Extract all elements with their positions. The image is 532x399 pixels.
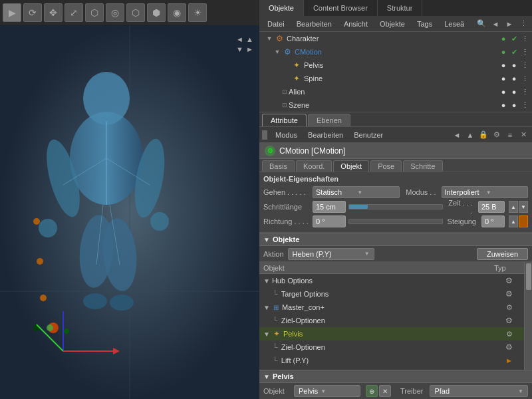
tab-struktur[interactable]: Struktur [378, 0, 423, 16]
arrow-up-icon[interactable]: ▲ [464, 129, 476, 141]
obj-row-lift[interactable]: └ Lift (P.Y) ► [259, 354, 524, 367]
pelvis-link-icon[interactable]: ⊕ [366, 385, 378, 397]
input-richtung[interactable]: 0 ° [313, 215, 346, 227]
tool-dot[interactable]: ◉ [168, 3, 186, 22]
slider-richtung[interactable] [348, 219, 443, 224]
menu-lesea[interactable]: Leseä [439, 19, 469, 29]
input-schrittlaenge[interactable]: 15 cm [313, 201, 346, 213]
arrow-left-icon[interactable]: ◄ [451, 129, 463, 141]
ind-p1[interactable]: ● [499, 61, 508, 70]
attr-bearbeiten[interactable]: Bearbeiten [304, 130, 347, 140]
zuweisen-button[interactable]: Zuweisen [477, 248, 528, 260]
viewport-3d[interactable]: ◄ ▲ ▼ ► [0, 25, 259, 399]
menu-tags[interactable]: Tags [412, 19, 438, 29]
pelvis-section-header[interactable]: ▼ Pelvis [259, 370, 532, 383]
settings-icon[interactable]: ≡ [504, 129, 516, 141]
expand-spine[interactable] [282, 74, 291, 83]
tree-item-szene[interactable]: ⊡ Szene ● ● ⋮ [259, 98, 532, 112]
tree-item-cmotion[interactable]: ▼ ⚙ CMotion ● ✔ ⋮ [259, 45, 532, 59]
menu-bearbeiten[interactable]: Bearbeiten [291, 19, 337, 29]
icon-spine: ✦ [291, 73, 302, 84]
label-modus: Modus . . [402, 188, 439, 196]
expand-cmotion[interactable]: ▼ [273, 47, 282, 57]
pelvis-obj-expand[interactable]: ▼ [263, 331, 270, 338]
objekte-section-header[interactable]: ▼ Objekte [259, 233, 532, 246]
subtab-koord[interactable]: Koord. [296, 160, 332, 172]
ind-s2[interactable]: ● [509, 74, 519, 83]
obj-row-target[interactable]: └ Target Options ⚙ [259, 287, 524, 301]
tool-hex3[interactable]: ⬢ [147, 3, 166, 22]
master-expand[interactable]: ▼ [263, 304, 270, 311]
tool-circle[interactable]: ◎ [106, 3, 124, 22]
ind-p2[interactable]: ● [509, 61, 519, 70]
svg-text:▼: ▼ [236, 45, 243, 53]
tool-play[interactable]: ▶ [3, 3, 21, 22]
indicator-vis[interactable]: ● [499, 34, 508, 43]
attr-modus[interactable]: Modus [271, 130, 301, 140]
right-panel: Objekte Content Browser Struktur Datei B… [259, 0, 532, 399]
hub-expand[interactable]: ▼ [263, 277, 270, 285]
indicator-vis-cm[interactable]: ● [499, 47, 508, 57]
search-icon[interactable]: 🔍 [475, 18, 487, 30]
close-toolbar-icon[interactable]: ✕ [517, 129, 529, 141]
menu-datei[interactable]: Datei [262, 19, 290, 29]
scrollbar-thumb[interactable] [526, 263, 531, 290]
steigung-slider[interactable] [519, 215, 528, 227]
tab-content-browser[interactable]: Content Browser [304, 0, 378, 16]
subtab-objekt[interactable]: Objekt [333, 160, 369, 172]
ind-sz1[interactable]: ● [499, 100, 508, 110]
subtab-basis[interactable]: Basis [262, 160, 295, 172]
input-zeit[interactable]: 25 B [478, 201, 505, 213]
obj-row-ziel2[interactable]: └ Ziel-Optionen ⚙ [259, 340, 524, 354]
expand-pelvis[interactable] [282, 61, 291, 70]
tool-hex1[interactable]: ⬡ [85, 3, 104, 22]
tool-move[interactable]: ✥ [44, 3, 63, 22]
table-scrollbar[interactable] [524, 262, 532, 370]
slider-schrittlaenge[interactable] [348, 204, 443, 209]
expand-charakter[interactable]: ▼ [265, 34, 274, 43]
zeit-up[interactable]: ▲ [509, 201, 518, 213]
gear-toolbar-icon[interactable]: ⚙ [491, 129, 503, 141]
properties-section: Objekt-Eigenschaften Gehen . . . . . Sta… [259, 172, 532, 233]
lock-icon[interactable]: 🔒 [477, 129, 489, 141]
obj-row-pelvis-obj[interactable]: ▼ ✦ Pelvis ⚙ [259, 327, 524, 340]
tab-objekte[interactable]: Objekte [259, 0, 304, 16]
indicator-act-cm[interactable]: ✔ [509, 47, 519, 57]
steigung-up[interactable]: ▲ [509, 215, 518, 227]
tool-light[interactable]: ☀ [188, 3, 207, 22]
obj-row-ziel1[interactable]: └ Ziel-Optionen ⚙ [259, 314, 524, 327]
pelvis-clear-icon[interactable]: ✕ [379, 385, 391, 397]
indicator-act[interactable]: ✔ [509, 34, 519, 43]
ind-a1[interactable]: ● [499, 87, 508, 96]
obj-cell-target: └ Target Options [259, 290, 494, 298]
ind-sz2[interactable]: ● [509, 100, 519, 110]
menu-ansicht[interactable]: Ansicht [338, 19, 373, 29]
aktion-dropdown[interactable]: Heben (P.Y) ▼ [288, 248, 374, 260]
nav-back-icon[interactable]: ◄ [489, 18, 501, 30]
tab-ebenen[interactable]: Ebenen [308, 114, 350, 126]
dropdown-statisch[interactable]: Statisch ▼ [313, 186, 400, 198]
input-steigung[interactable]: 0 ° [481, 215, 505, 227]
tool-hex2[interactable]: ⬡ [126, 3, 145, 22]
menu-objekte[interactable]: Objekte [374, 19, 410, 29]
ind-s1[interactable]: ● [499, 74, 508, 83]
tree-item-spine[interactable]: ✦ Spine ● ● ⋮ [259, 72, 532, 85]
attr-benutzer[interactable]: Benutzer [350, 130, 387, 140]
subtab-schritte[interactable]: Schritte [403, 160, 442, 172]
nav-forward-icon[interactable]: ► [503, 18, 515, 30]
tree-item-alien[interactable]: ⊡ Alien ● ● ⋮ [259, 85, 532, 98]
tree-item-pelvis[interactable]: ✦ Pelvis ● ● ⋮ [259, 59, 532, 72]
dropdown-interpoliert[interactable]: Interpoliert ▼ [442, 186, 529, 198]
obj-row-hub[interactable]: ▼ Hub Options ⚙ [259, 274, 524, 287]
obj-row-master[interactable]: ▼ ⊞ Master_con+ ⚙ [259, 301, 524, 314]
ind-a2[interactable]: ● [509, 87, 519, 96]
tab-attribute[interactable]: Attribute [262, 114, 307, 126]
tool-scale[interactable]: ⤢ [65, 3, 83, 22]
zeit-down[interactable]: ▼ [519, 201, 528, 213]
more-options-icon[interactable]: ⋮ [517, 18, 529, 30]
tool-rotate[interactable]: ⟳ [23, 3, 42, 22]
subtab-pose[interactable]: Pose [370, 160, 402, 172]
tree-item-charakter[interactable]: ▼ ⚙ Charakter ● ✔ ⋮ [259, 32, 532, 45]
pelvis-treiber-dropdown[interactable]: Pfad ▼ [430, 385, 528, 397]
pelvis-objekt-dropdown[interactable]: Pelvis ▼ [294, 385, 360, 397]
